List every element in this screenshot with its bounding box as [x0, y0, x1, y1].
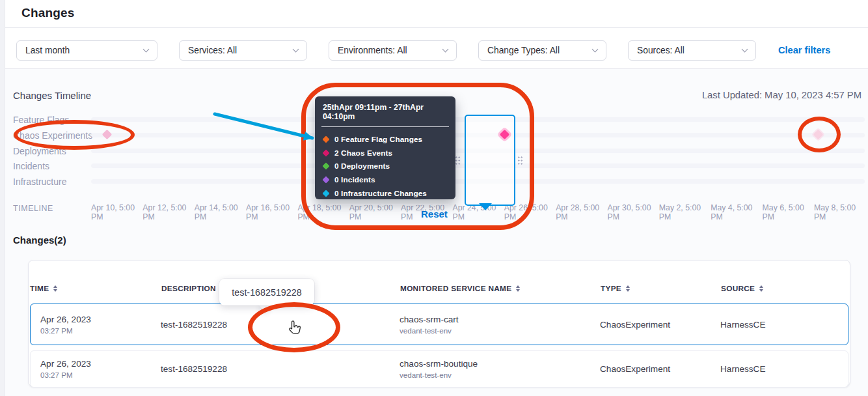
- tooltip-divider: [321, 205, 449, 205]
- chevron-down-icon: [143, 46, 150, 53]
- tooltip-time-range: 25thApr 09:11pm - 27thApr 04:10pm: [315, 96, 455, 121]
- change-type-diamond-icon: [322, 163, 329, 170]
- main-content: Changes Timeline Last Updated: May 10, 2…: [0, 69, 868, 396]
- filter-dropdowns: Last month Services: All Environments: A…: [16, 40, 756, 61]
- last-updated-text: Last Updated: May 10, 2023 4:57 PM: [702, 90, 861, 100]
- timeline-axis-label: TIMELINE: [13, 204, 53, 213]
- chevron-down-icon: [592, 46, 599, 53]
- timeline-category-label: Chaos Experiments: [13, 130, 92, 141]
- selection-pointer-caret: [479, 203, 492, 210]
- sort-icon: [53, 285, 57, 292]
- monitored-service-cell: chaos-srm-cart vedant-test-env: [400, 315, 600, 335]
- table-column-header[interactable]: SOURCE: [721, 284, 848, 293]
- change-count-label: 0 Incidents: [334, 175, 375, 184]
- filter-dropdown[interactable]: Sources: All: [628, 40, 756, 61]
- filter-dropdown-value: Environments: All: [338, 46, 407, 55]
- tooltip-change-count-row: 0 Infrastructure Changes: [323, 186, 448, 200]
- filter-dropdown[interactable]: Change Types: All: [478, 40, 606, 61]
- table-column-header[interactable]: MONITORED SERVICE NAME: [400, 284, 601, 293]
- time-cell: Apr 26, 2023 03:27 PM: [31, 315, 161, 335]
- timeline-tick-label: Apr 18, 5:00 PM: [297, 204, 347, 222]
- timeline-category-label: Infrastructure: [13, 177, 66, 187]
- description-cell: test-1682519228: [161, 320, 400, 330]
- timeline-tick-label: May 8, 5:00 PM: [814, 204, 863, 222]
- clear-filters-link[interactable]: Clear filters: [778, 45, 830, 55]
- source-cell: HarnessCE: [720, 320, 848, 330]
- timeline-tick-label: Apr 28, 5:00 PM: [556, 204, 605, 222]
- tooltip-divider: [321, 126, 449, 127]
- change-type-diamond-icon: [322, 190, 329, 197]
- change-count-label: 2 Chaos Events: [334, 148, 392, 158]
- filter-dropdown[interactable]: Environments: All: [329, 40, 457, 61]
- tooltip-change-count-row: 0 Deployments: [323, 160, 448, 173]
- change-type-diamond-icon: [322, 136, 329, 143]
- sort-icon: [759, 285, 763, 292]
- timeline-category-label: Incidents: [13, 161, 49, 171]
- filter-dropdown-value: Last month: [25, 46, 70, 55]
- top-bar: Changes: [0, 0, 868, 28]
- timeline-tick-label: Apr 24, 5:00 PM: [452, 204, 502, 222]
- filter-bar: Last month Services: All Environments: A…: [0, 28, 868, 69]
- filter-dropdown-value: Services: All: [188, 46, 237, 55]
- timeline-selection-window[interactable]: [465, 115, 515, 206]
- source-cell: HarnessCE: [720, 364, 848, 374]
- timeline-tick-label: May 2, 5:00 PM: [659, 204, 709, 222]
- sort-icon: [516, 285, 520, 292]
- change-type-diamond-icon: [322, 176, 329, 183]
- selection-left-drag-handle[interactable]: [455, 156, 461, 165]
- timeline-tick-label: Apr 30, 5:00 PM: [608, 204, 657, 222]
- change-count-label: 0 Deployments: [334, 162, 390, 171]
- timeline-tick-label: Apr 16, 5:00 PM: [246, 204, 295, 222]
- filter-dropdown[interactable]: Last month: [16, 40, 157, 61]
- chevron-down-icon: [742, 46, 748, 53]
- timeline-tick-label: Apr 12, 5:00 PM: [142, 204, 192, 222]
- timeline-hover-tooltip: 25thApr 09:11pm - 27thApr 04:10pm 0 Feat…: [315, 96, 455, 199]
- tooltip-change-count-row: 0 Incidents: [323, 173, 448, 187]
- timeline-tick-label: Apr 14, 5:00 PM: [195, 204, 244, 222]
- left-edge-strip: [0, 0, 5, 396]
- change-type-diamond-icon: [322, 149, 329, 156]
- filter-dropdown-value: Sources: All: [637, 46, 685, 55]
- change-count-label: 0 Feature Flag Changes: [334, 135, 422, 144]
- time-cell: Apr 26, 2023 03:27 PM: [31, 359, 161, 379]
- type-cell: ChaosExperiment: [600, 320, 720, 330]
- hand-cursor-icon: [287, 320, 303, 339]
- reset-zoom-link[interactable]: Reset: [421, 208, 448, 219]
- type-cell: ChaosExperiment: [600, 364, 720, 374]
- timeline-tick-label: Apr 20, 5:00 PM: [349, 204, 399, 222]
- monitored-service-cell: chaos-srm-boutique vedant-test-env: [400, 359, 600, 379]
- table-header-row: TIME DESCRIPTION MONITORED SERVICE NAME …: [29, 261, 850, 304]
- description-cell: test-1682519228: [161, 364, 400, 374]
- chevron-down-icon: [293, 46, 299, 53]
- timeline-section-title: Changes Timeline: [13, 90, 91, 101]
- page-title: Changes: [21, 6, 75, 20]
- chevron-down-icon: [442, 46, 449, 53]
- table-column-header[interactable]: TYPE: [601, 284, 721, 293]
- tooltip-change-count-row: 2 Chaos Events: [323, 147, 448, 160]
- timeline-category-label: Deployments: [13, 146, 66, 156]
- change-table-row[interactable]: Apr 26, 2023 03:27 PM test-1682519228 ch…: [30, 350, 848, 388]
- change-table-row[interactable]: Apr 26, 2023 03:27 PM test-1682519228 ch…: [30, 304, 848, 345]
- table-rows: Apr 26, 2023 03:27 PM test-1682519228 ch…: [29, 304, 850, 388]
- sort-icon: [626, 285, 630, 292]
- timeline-tick-label: May 6, 5:00 PM: [763, 204, 812, 222]
- timeline-tick-label: Apr 26, 5:00 PM: [504, 204, 554, 222]
- table-column-header[interactable]: TIME: [30, 284, 161, 293]
- filter-dropdown-value: Change Types: All: [487, 46, 560, 55]
- tooltip-change-count-row: 0 Feature Flag Changes: [323, 133, 448, 147]
- selection-right-drag-handle[interactable]: [517, 156, 523, 165]
- timeline-category-label: Feature Flags: [13, 115, 69, 125]
- changes-count-title: Changes(2): [13, 234, 66, 246]
- change-count-label: 0 Infrastructure Changes: [334, 189, 427, 198]
- row-hover-tooltip: test-1682519228: [219, 279, 314, 305]
- timeline-tick-label: Apr 10, 5:00 PM: [91, 204, 141, 222]
- timeline-tick-label: May 4, 5:00 PM: [711, 204, 760, 222]
- changes-table-card: TIME DESCRIPTION MONITORED SERVICE NAME …: [28, 260, 850, 387]
- filter-dropdown[interactable]: Services: All: [179, 40, 307, 61]
